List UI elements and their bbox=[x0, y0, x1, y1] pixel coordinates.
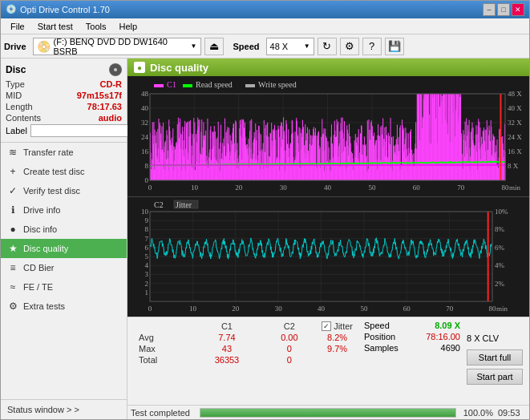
help-button[interactable]: ? bbox=[362, 38, 382, 55]
progress-time: 09:53 bbox=[498, 408, 526, 418]
disc-quality-title: Disc quality bbox=[150, 62, 208, 74]
status-window-button[interactable]: Status window > > bbox=[1, 400, 127, 419]
contents-label: Contents bbox=[6, 113, 41, 123]
menu-file[interactable]: File bbox=[4, 20, 31, 33]
stats-total-row: Total 36353 0 bbox=[134, 354, 358, 365]
drive-info-label: Drive info bbox=[23, 205, 60, 215]
cd-bier-label: CD Bier bbox=[23, 263, 55, 273]
samples-row: Samples 4690 bbox=[364, 343, 460, 353]
length-label: Length bbox=[6, 102, 33, 111]
speed-info: Speed 8.09 X Position 78:16.00 Samples 4… bbox=[364, 321, 460, 402]
type-label: Type bbox=[6, 79, 25, 89]
sidebar-item-verify-test-disc[interactable]: ✓ Verify test disc bbox=[1, 181, 127, 200]
start-full-button[interactable]: Start full bbox=[467, 349, 523, 365]
col-c1-header: C1 bbox=[192, 321, 261, 332]
stats-bar: C1 C2 ✓ Jitter bbox=[127, 317, 529, 405]
extra-tests-label: Extra tests bbox=[23, 301, 65, 311]
position-value: 78:16.00 bbox=[426, 332, 460, 341]
menu-tools[interactable]: Tools bbox=[79, 20, 113, 33]
charts-area bbox=[127, 76, 529, 317]
avg-label: Avg bbox=[134, 332, 192, 343]
progress-fill bbox=[200, 409, 455, 417]
verify-test-disc-label: Verify test disc bbox=[23, 186, 80, 196]
disc-contents-row: Contents audio bbox=[6, 113, 122, 123]
sidebar-item-extra-tests[interactable]: ⚙ Extra tests bbox=[1, 297, 127, 316]
drive-selector[interactable]: 📀 (F:) BENQ DVD DD DW1640 BSRB ▼ bbox=[33, 38, 201, 55]
col-c2-header: C2 bbox=[262, 321, 318, 332]
disc-info-panel: Disc Type CD-R MID 97m15s17f bbox=[1, 59, 127, 143]
sidebar-item-create-test-disc[interactable]: + Create test disc bbox=[1, 162, 127, 181]
sidebar-item-drive-info[interactable]: ℹ Drive info bbox=[1, 200, 127, 220]
max-jitter: 9.7% bbox=[317, 343, 358, 354]
stats-max-row: Max 43 0 9.7% bbox=[134, 343, 358, 354]
menu-help[interactable]: Help bbox=[112, 20, 144, 33]
total-c1: 36353 bbox=[192, 354, 261, 365]
sidebar-item-fe-te[interactable]: ≈ FE / TE bbox=[1, 277, 127, 297]
disc-quality-header-icon: ● bbox=[134, 62, 145, 73]
disc-label-row: Label ✎ bbox=[6, 124, 122, 137]
title-text: Opti Drive Control 1.70 bbox=[20, 5, 110, 14]
disc-length-row: Length 78:17.63 bbox=[6, 102, 122, 111]
maximize-button[interactable]: □ bbox=[497, 3, 510, 16]
menu-bar: File Start test Tools Help bbox=[1, 18, 529, 34]
position-row: Position 78:16.00 bbox=[364, 332, 460, 341]
progress-bar-area: Test completed 100.0% 09:53 bbox=[127, 405, 529, 419]
stats-table: C1 C2 ✓ Jitter bbox=[134, 321, 358, 402]
transfer-rate-icon: ≋ bbox=[7, 147, 18, 158]
label-input[interactable] bbox=[30, 124, 134, 137]
c1-chart-container bbox=[127, 76, 529, 197]
samples-label: Samples bbox=[364, 343, 399, 353]
sidebar-item-disc-info[interactable]: ● Disc info bbox=[1, 220, 127, 239]
main-area: Disc Type CD-R MID 97m15s17f bbox=[1, 59, 529, 419]
title-bar: 💿 Opti Drive Control 1.70 – □ ✕ bbox=[1, 1, 529, 18]
disc-header: Disc bbox=[6, 63, 122, 76]
type-value: CD-R bbox=[100, 79, 123, 89]
disc-info-label: Disc info bbox=[23, 224, 57, 234]
extra-tests-icon: ⚙ bbox=[7, 301, 18, 312]
sidebar-item-disc-quality[interactable]: ★ Disc quality bbox=[1, 239, 127, 258]
jitter-checkbox[interactable]: ✓ bbox=[322, 321, 331, 331]
total-c2: 0 bbox=[262, 354, 318, 365]
menu-start-test[interactable]: Start test bbox=[31, 20, 79, 33]
speed-row: Speed 8.09 X bbox=[364, 321, 460, 330]
speed-stat-label: Speed bbox=[364, 321, 390, 330]
settings-button[interactable]: ⚙ bbox=[340, 38, 359, 55]
verify-test-disc-icon: ✓ bbox=[7, 185, 18, 196]
close-button[interactable]: ✕ bbox=[512, 3, 524, 16]
mid-value: 97m15s17f bbox=[77, 91, 122, 100]
avg-c2: 0.00 bbox=[262, 332, 318, 343]
length-value: 78:17.63 bbox=[87, 102, 122, 111]
speed-dropdown-arrow: ▼ bbox=[304, 42, 310, 50]
progress-percent: 100.0% bbox=[461, 408, 493, 418]
contents-value: audio bbox=[99, 113, 122, 123]
svg-point-1 bbox=[114, 68, 117, 71]
total-label: Total bbox=[134, 354, 192, 365]
sidebar: Disc Type CD-R MID 97m15s17f bbox=[1, 59, 127, 419]
disc-quality-icon: ★ bbox=[7, 243, 18, 254]
max-label: Max bbox=[134, 343, 192, 354]
c2-chart bbox=[127, 197, 529, 317]
minimize-button[interactable]: – bbox=[483, 3, 496, 16]
sidebar-item-transfer-rate[interactable]: ≋ Transfer rate bbox=[1, 143, 127, 162]
jitter-checkbox-row: ✓ Jitter bbox=[322, 321, 353, 331]
title-buttons: – □ ✕ bbox=[483, 3, 524, 16]
main-window: 💿 Opti Drive Control 1.70 – □ ✕ File Sta… bbox=[0, 0, 530, 420]
sidebar-item-cd-bier[interactable]: ≡ CD Bier bbox=[1, 258, 127, 277]
progress-track bbox=[200, 408, 456, 418]
refresh-button[interactable]: ↻ bbox=[318, 38, 337, 55]
action-buttons: 8 X CLV Start full Start part bbox=[467, 321, 523, 402]
disc-type-row: Type CD-R bbox=[6, 79, 122, 89]
speed-label: Speed bbox=[233, 42, 260, 51]
stats-avg-row: Avg 7.74 0.00 8.2% bbox=[134, 332, 358, 343]
eject-button[interactable]: ⏏ bbox=[204, 38, 224, 55]
disc-info-icon: ● bbox=[7, 224, 18, 235]
app-icon: 💿 bbox=[6, 4, 17, 15]
start-part-button[interactable]: Start part bbox=[467, 369, 523, 385]
drive-info-icon: ℹ bbox=[7, 204, 18, 216]
max-c1: 43 bbox=[192, 343, 261, 354]
save-button[interactable]: 💾 bbox=[385, 38, 404, 55]
disc-quality-header: ● Disc quality bbox=[127, 59, 529, 76]
speed-selector[interactable]: 48 X ▼ bbox=[266, 38, 314, 55]
sidebar-footer: Status window > > bbox=[1, 399, 127, 419]
position-label: Position bbox=[364, 332, 395, 341]
